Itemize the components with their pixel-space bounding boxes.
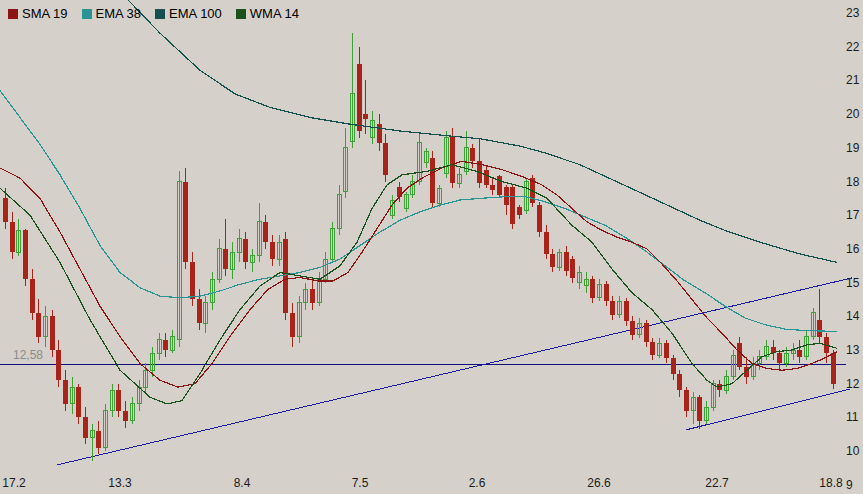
y-axis-tick: 13: [846, 343, 860, 357]
candle: [684, 387, 689, 417]
candle-body-down: [504, 187, 509, 206]
candle: [671, 355, 676, 380]
candle: [190, 252, 195, 306]
candle-body-down: [116, 390, 121, 410]
candle-body-down: [197, 299, 202, 323]
candle-body-down: [450, 136, 455, 183]
price-line-label: 12,58: [13, 348, 43, 362]
candle: [497, 175, 502, 199]
candle: [103, 404, 107, 451]
candle: [417, 134, 421, 185]
y-axis-tick: 12: [846, 377, 860, 391]
candle-body-down: [243, 239, 248, 263]
candle: [457, 168, 461, 188]
candle-body-down: [537, 205, 542, 232]
candle: [424, 148, 428, 168]
candle: [230, 242, 234, 279]
candle-body-down: [624, 301, 629, 321]
legend-label: EMA 38: [96, 6, 142, 21]
y-axis-tick: 17: [846, 208, 860, 222]
candle: [624, 298, 629, 327]
candle-body-down: [56, 350, 61, 380]
y-axis-tick: 15: [846, 276, 860, 290]
candle-body-down: [263, 222, 268, 242]
candle-body-down: [290, 313, 295, 337]
chart-plot-area[interactable]: 2322212019181716151413121110917.213.38.4…: [0, 0, 863, 494]
candle: [504, 185, 509, 215]
candle: [157, 333, 161, 360]
candle: [277, 235, 281, 265]
candle: [650, 338, 655, 360]
candle-body-down: [76, 387, 81, 417]
candle-body-down: [797, 350, 802, 357]
candle-body-down: [664, 343, 669, 358]
candle: [704, 401, 708, 425]
x-axis-tick: 7.5: [352, 476, 369, 490]
candle: [210, 272, 214, 309]
candle: [604, 281, 609, 306]
candle: [584, 272, 588, 292]
x-axis-tick: 22.7: [705, 476, 729, 490]
candle-body-down: [817, 320, 822, 337]
candle-body-down: [484, 170, 489, 185]
candle: [564, 246, 569, 276]
candle-body-down: [564, 252, 569, 271]
candle-body-down: [604, 284, 609, 301]
candle: [697, 395, 702, 429]
candle: [630, 316, 635, 340]
legend-label: WMA 14: [250, 6, 299, 21]
candle: [517, 205, 522, 218]
candle: [617, 296, 621, 318]
candle: [70, 377, 74, 414]
candle-body-down: [377, 124, 382, 143]
candle: [123, 401, 128, 428]
candle: [110, 384, 114, 418]
legend-label: EMA 100: [169, 6, 222, 21]
candle: [10, 212, 15, 259]
candle: [83, 407, 88, 444]
candle-body-down: [36, 313, 41, 337]
candle: [490, 178, 495, 195]
wma14-line: [0, 165, 837, 404]
sma19-line: [0, 161, 837, 387]
candle: [657, 338, 661, 358]
wma-swatch-icon: [236, 9, 246, 19]
candle-body-down: [570, 259, 575, 278]
candle: [784, 347, 788, 367]
candle: [56, 340, 61, 387]
candle-body-down: [190, 262, 195, 299]
candle-body-down: [50, 316, 55, 350]
candle: [163, 333, 168, 357]
candle: [831, 350, 836, 389]
candle: [811, 308, 815, 340]
candle: [791, 343, 795, 360]
candle: [437, 185, 441, 207]
candle: [383, 134, 388, 181]
x-axis-tick: 18.8: [819, 476, 843, 490]
y-axis-tick: 16: [846, 242, 860, 256]
candle-body-down: [10, 222, 15, 252]
candle: [350, 33, 354, 148]
candle: [664, 340, 669, 364]
y-axis-tick: 23: [846, 6, 860, 20]
candle-body-down: [737, 343, 742, 367]
candle: [410, 175, 414, 199]
y-axis-tick: 9: [846, 478, 853, 492]
candle: [223, 219, 228, 276]
candle-body-down: [684, 390, 689, 410]
candle-body-down: [30, 279, 35, 313]
candle: [724, 370, 728, 394]
y-axis-tick: 11: [846, 410, 859, 424]
candle: [557, 249, 561, 271]
legend-label: SMA 19: [22, 6, 68, 21]
candle: [477, 138, 482, 189]
ema38-swatch-icon: [82, 9, 92, 19]
candle-body-down: [590, 279, 595, 298]
candle: [16, 219, 20, 256]
candle-body-down: [163, 340, 168, 350]
y-axis-tick: 19: [846, 141, 860, 155]
candle-body-down: [490, 185, 495, 190]
y-axis-tick: 20: [846, 107, 860, 121]
candle: [270, 235, 275, 265]
sma-swatch-icon: [8, 9, 18, 19]
